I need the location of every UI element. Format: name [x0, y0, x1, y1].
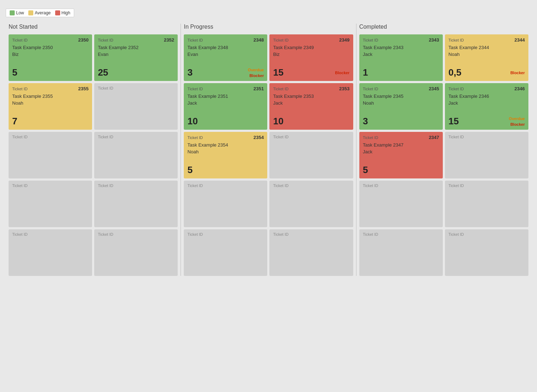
card: Ticket ID [359, 229, 443, 276]
card[interactable]: Ticket ID2345Task Example 2345Noah3 [359, 83, 443, 130]
card-number: 7 [12, 116, 17, 127]
card-badges: OverdueBlocker [248, 68, 264, 78]
card-assignee: Evan [98, 52, 174, 57]
ticket-id: 2348 [254, 37, 264, 43]
card-header: Ticket ID2346 [449, 86, 525, 91]
column-title-0: Not Started [9, 24, 178, 30]
card-header: Ticket ID2354 [187, 135, 264, 140]
card: Ticket ID [445, 132, 528, 178]
card-number: 25 [98, 67, 108, 78]
card: Ticket ID [269, 229, 353, 276]
ticket-label: Ticket ID [449, 38, 464, 42]
card[interactable]: Ticket ID2347Task Example 2347Jack5 [359, 132, 443, 178]
card-title: Task Example 2352 [98, 45, 174, 50]
ticket-label: Ticket ID [98, 232, 113, 236]
card-footer: 10 [187, 116, 264, 127]
card: Ticket ID [184, 181, 267, 227]
card-footer: 25 [98, 67, 174, 78]
card-header: Ticket ID [363, 183, 439, 188]
legend: LowAverageHigh [6, 9, 74, 17]
cards-grid-1: Ticket ID2348Task Example 2348Evan3Overd… [184, 34, 353, 276]
ticket-label: Ticket ID [187, 87, 203, 91]
card-assignee: Biz [12, 52, 88, 57]
card-header: Ticket ID [98, 86, 174, 90]
column-group-1: In ProgressTicket ID2348Task Example 234… [181, 24, 356, 276]
card-header: Ticket ID [12, 232, 88, 236]
card: Ticket ID [9, 229, 92, 276]
column-title-1: In Progress [184, 24, 353, 30]
card-footer: 5 [12, 67, 88, 78]
ticket-label: Ticket ID [98, 86, 113, 90]
card: Ticket ID [94, 83, 178, 130]
ticket-id: 2354 [254, 135, 264, 140]
ticket-id: 2353 [339, 86, 350, 91]
card-footer: 5 [363, 164, 439, 176]
ticket-label: Ticket ID [12, 183, 28, 188]
card-title: Task Example 2347 [363, 142, 439, 148]
card-header: Ticket ID [98, 232, 174, 236]
card-badges: Blocker [335, 71, 349, 75]
column-group-0: Not StartedTicket ID2350Task Example 235… [6, 24, 181, 276]
card-footer: 10 [273, 116, 349, 127]
card[interactable]: Ticket ID2350Task Example 2350Biz5 [9, 34, 92, 81]
card-badges: OverdueBlocker [509, 116, 525, 126]
card-number: 5 [12, 67, 17, 78]
card-header: Ticket ID [12, 135, 88, 139]
card-number: 10 [273, 116, 283, 127]
card-assignee: Evan [187, 52, 264, 57]
card[interactable]: Ticket ID2355Task Example 2355Noah7 [9, 83, 92, 130]
card[interactable]: Ticket ID2344Task Example 2344Noah0,5Blo… [445, 34, 528, 81]
ticket-label: Ticket ID [273, 183, 288, 188]
card[interactable]: Ticket ID2353Task Example 2353Jack10 [269, 83, 353, 130]
ticket-id: 2346 [514, 86, 525, 91]
cards-grid-0: Ticket ID2350Task Example 2350Biz5Ticket… [9, 34, 178, 276]
ticket-label: Ticket ID [187, 232, 203, 236]
card-title: Task Example 2353 [273, 94, 349, 99]
blocker-badge: Blocker [510, 71, 525, 75]
card: Ticket ID [94, 229, 178, 276]
ticket-label: Ticket ID [363, 135, 378, 140]
card-header: Ticket ID2351 [187, 86, 264, 91]
card[interactable]: Ticket ID2349Task Example 2349Biz15Block… [269, 34, 353, 81]
ticket-label: Ticket ID [363, 38, 378, 42]
card-footer: 1 [363, 67, 439, 78]
column-title-2: Completed [359, 24, 528, 30]
card[interactable]: Ticket ID2354Task Example 2354Noah5 [184, 132, 267, 178]
ticket-label: Ticket ID [98, 135, 113, 139]
card: Ticket ID [269, 181, 353, 227]
card-header: Ticket ID2350 [12, 37, 88, 43]
card-header: Ticket ID [449, 183, 525, 188]
card-header: Ticket ID [187, 232, 264, 236]
card-footer: 5 [187, 164, 264, 176]
card[interactable]: Ticket ID2346Task Example 2346Jack15Over… [445, 83, 528, 130]
legend-color-box [28, 10, 33, 15]
card: Ticket ID [9, 132, 92, 178]
ticket-label: Ticket ID [273, 38, 288, 42]
card[interactable]: Ticket ID2343Task Example 2343Jack1 [359, 34, 443, 81]
ticket-id: 2351 [254, 86, 264, 91]
card-assignee: Jack [273, 100, 349, 106]
card-header: Ticket ID [273, 135, 349, 139]
card[interactable]: Ticket ID2352Task Example 2352Evan25 [94, 34, 178, 81]
card-number: 5 [363, 164, 368, 176]
ticket-id: 2350 [78, 37, 88, 43]
ticket-label: Ticket ID [449, 135, 464, 139]
card[interactable]: Ticket ID2351Task Example 2351Jack10 [184, 83, 267, 130]
card-number: 10 [187, 116, 198, 127]
card-assignee: Noah [187, 149, 264, 154]
card-header: Ticket ID [449, 135, 525, 139]
card: Ticket ID [184, 229, 267, 276]
card[interactable]: Ticket ID2348Task Example 2348Evan3Overd… [184, 34, 267, 81]
card-header: Ticket ID2344 [449, 37, 525, 43]
ticket-id: 2352 [164, 37, 174, 43]
card-title: Task Example 2346 [449, 94, 525, 99]
card-title: Task Example 2348 [187, 45, 264, 50]
blocker-badge: Blocker [335, 71, 349, 75]
ticket-label: Ticket ID [449, 232, 464, 236]
card-header: Ticket ID2347 [363, 135, 439, 140]
card-assignee: Noah [449, 52, 525, 57]
cards-grid-2: Ticket ID2343Task Example 2343Jack1Ticke… [359, 34, 528, 276]
ticket-id: 2344 [514, 37, 525, 43]
card-header: Ticket ID [187, 183, 264, 188]
card-footer: 3 [363, 116, 439, 127]
